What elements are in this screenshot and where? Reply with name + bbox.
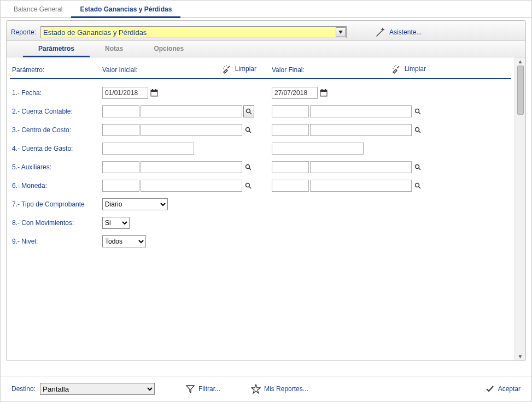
- svg-point-27: [246, 184, 250, 187]
- search-icon[interactable]: [413, 107, 423, 116]
- svg-line-20: [249, 131, 251, 133]
- auxiliares-inicial-code[interactable]: [102, 161, 139, 173]
- search-icon[interactable]: [243, 162, 253, 172]
- cuenta-contable-final-desc[interactable]: [310, 105, 412, 117]
- svg-rect-10: [155, 89, 156, 91]
- search-icon[interactable]: [243, 181, 253, 191]
- svg-point-25: [416, 165, 419, 169]
- auxiliares-inicial-desc[interactable]: [141, 161, 242, 173]
- param-header-row: Parámetro: Valor Inicial: Limpiar Valor …: [10, 60, 511, 79]
- row-moneda: 6.- Moneda:: [10, 176, 511, 195]
- filtrar-label: Filtrar...: [198, 385, 220, 393]
- search-icon[interactable]: [413, 162, 423, 172]
- header-valor-inicial: Valor Inicial: Limpiar: [100, 60, 270, 78]
- mis-reportes-button[interactable]: Mis Reportes...: [251, 384, 308, 394]
- svg-point-29: [416, 184, 419, 187]
- nivel-select[interactable]: Todos: [102, 235, 146, 247]
- cuenta-gasto-inicial[interactable]: [102, 143, 194, 155]
- scroll-thumb[interactable]: [517, 66, 524, 115]
- label-fecha: 1.- Fecha:: [10, 87, 100, 99]
- row-centro-costo: 3.- Centro de Costo:: [10, 121, 511, 139]
- star-icon: [251, 384, 261, 394]
- fecha-inicial-input[interactable]: [102, 87, 148, 99]
- aceptar-button[interactable]: Aceptar: [485, 384, 521, 394]
- broom-icon: [222, 64, 232, 74]
- svg-point-5: [395, 65, 396, 66]
- tab-balance-general[interactable]: Balance General: [5, 1, 71, 18]
- fecha-final-input[interactable]: [272, 87, 318, 99]
- search-icon[interactable]: [243, 125, 253, 135]
- svg-line-28: [249, 187, 251, 188]
- reporte-label: Reporte:: [11, 28, 36, 36]
- svg-line-30: [419, 187, 420, 188]
- svg-point-1: [224, 66, 225, 67]
- label-nivel: 9.- Nivel:: [10, 235, 100, 247]
- tab-parametros[interactable]: Parámetros: [23, 42, 90, 57]
- svg-rect-9: [152, 89, 153, 91]
- svg-rect-13: [321, 89, 323, 91]
- limpiar-inicial-button[interactable]: Limpiar: [222, 64, 256, 74]
- cuenta-contable-inicial-desc[interactable]: [141, 105, 242, 117]
- auxiliares-final-code[interactable]: [272, 161, 309, 173]
- search-icon[interactable]: [413, 181, 423, 191]
- calendar-icon[interactable]: [149, 88, 159, 98]
- params-area: Parámetro: Valor Inicial: Limpiar Valor …: [7, 57, 525, 360]
- tab-opciones[interactable]: Opciones: [138, 42, 199, 57]
- cuenta-contable-inicial-code[interactable]: [102, 105, 139, 117]
- destino-select[interactable]: Pantalla: [40, 383, 155, 395]
- svg-point-15: [247, 109, 250, 113]
- moneda-final-code[interactable]: [272, 180, 309, 192]
- dropdown-icon[interactable]: [336, 27, 346, 37]
- header-parametro: Parámetro:: [10, 60, 100, 78]
- row-fecha: 1.- Fecha:: [10, 84, 511, 102]
- cuenta-contable-final-code[interactable]: [272, 105, 309, 117]
- centro-costo-final-code[interactable]: [272, 124, 309, 136]
- svg-line-26: [419, 168, 420, 170]
- moneda-final-desc[interactable]: [310, 180, 412, 192]
- label-moneda: 6.- Moneda:: [10, 180, 100, 192]
- row-nivel: 9.- Nivel: Todos: [10, 232, 511, 251]
- label-cuenta-gasto: 4.- Cuenta de Gasto:: [10, 143, 100, 155]
- limpiar-inicial-label: Limpiar: [235, 65, 256, 73]
- scroll-up-icon[interactable]: ▲: [518, 58, 523, 64]
- destino-label: Destino:: [11, 385, 36, 393]
- reporte-select-value: Estado de Ganancias y Pérdidas: [43, 28, 147, 37]
- con-movimientos-select[interactable]: Si: [102, 217, 130, 229]
- centro-costo-final-desc[interactable]: [310, 124, 412, 136]
- centro-costo-inicial-code[interactable]: [102, 124, 139, 136]
- inner-tabs: Parámetros Notas Opciones: [7, 41, 525, 57]
- asistente-button[interactable]: Asistente...: [374, 26, 422, 38]
- funnel-icon: [185, 384, 195, 394]
- reporte-row: Reporte: Estado de Ganancias y Pérdidas …: [7, 21, 525, 41]
- svg-line-24: [249, 168, 251, 170]
- row-auxiliares: 5.- Auxiliares:: [10, 158, 511, 176]
- svg-point-19: [246, 128, 250, 132]
- svg-point-3: [223, 68, 224, 69]
- svg-point-4: [394, 66, 395, 67]
- search-icon[interactable]: [243, 105, 254, 117]
- svg-line-22: [419, 131, 420, 133]
- scrollbar[interactable]: ▲ ▼: [515, 57, 525, 360]
- check-icon: [485, 384, 495, 394]
- cuenta-gasto-final[interactable]: [272, 143, 364, 155]
- svg-point-21: [416, 128, 419, 132]
- scroll-down-icon[interactable]: ▼: [518, 353, 523, 359]
- limpiar-final-button[interactable]: Limpiar: [391, 64, 426, 74]
- moneda-inicial-desc[interactable]: [141, 180, 242, 192]
- header-valor-inicial-text: Valor Inicial:: [102, 66, 137, 74]
- calendar-icon[interactable]: [319, 88, 329, 98]
- tab-notas[interactable]: Notas: [90, 42, 138, 57]
- header-valor-final-text: Valor Final:: [272, 66, 305, 74]
- limpiar-final-label: Limpiar: [405, 65, 426, 73]
- tipo-comprobante-select[interactable]: Diario: [102, 198, 168, 210]
- reporte-select[interactable]: Estado de Ganancias y Pérdidas: [40, 26, 347, 38]
- filtrar-button[interactable]: Filtrar...: [185, 384, 220, 394]
- tab-estado-ganancias-perdidas[interactable]: Estado Ganancias y Pérdidas: [71, 1, 180, 18]
- centro-costo-inicial-desc[interactable]: [141, 124, 242, 136]
- row-tipo-comprobante: 7.- Tipo de Comprobante Diario: [10, 195, 511, 214]
- search-icon[interactable]: [413, 125, 423, 135]
- aceptar-label: Aceptar: [498, 385, 521, 393]
- moneda-inicial-code[interactable]: [102, 180, 139, 192]
- broom-icon: [391, 64, 401, 74]
- auxiliares-final-desc[interactable]: [310, 161, 412, 173]
